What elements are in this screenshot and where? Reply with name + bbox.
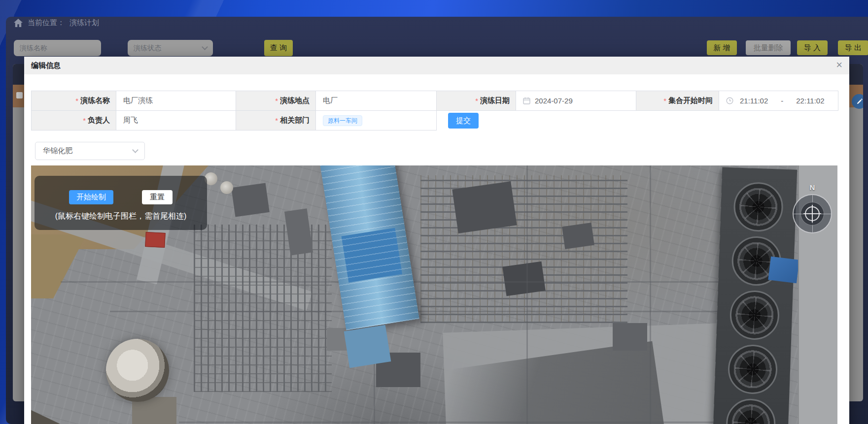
department-label: * 相关部门 bbox=[236, 111, 316, 130]
person-label: * 负责人 bbox=[32, 111, 116, 130]
drill-status-select[interactable]: 演练状态 bbox=[128, 40, 213, 56]
chevron-down-icon bbox=[202, 44, 208, 50]
map-blue-roof-building bbox=[344, 325, 391, 368]
map-structure bbox=[231, 183, 270, 217]
calendar-icon bbox=[523, 97, 530, 104]
start-draw-button[interactable]: 开始绘制 bbox=[69, 190, 113, 204]
person-field[interactable]: 周飞 bbox=[116, 111, 236, 130]
submit-button[interactable]: 提交 bbox=[448, 113, 479, 129]
clock-icon bbox=[726, 97, 733, 104]
app-screen: 当前位置： 演练计划 演练名称 演练状态 查 询 新 增 批量删除 导 入 导 … bbox=[0, 0, 868, 424]
time-end[interactable]: 22:11:02 bbox=[796, 97, 824, 105]
pencil-icon bbox=[856, 98, 863, 105]
map-tank-small bbox=[220, 181, 233, 194]
submit-area: 提交 bbox=[437, 111, 838, 130]
map-cooling-towers bbox=[712, 167, 797, 424]
required-marker: * bbox=[475, 97, 478, 105]
cooling-fan bbox=[729, 290, 780, 340]
time-separator: - bbox=[781, 97, 783, 105]
map-structure bbox=[502, 261, 546, 296]
batch-delete-button[interactable]: 批量删除 bbox=[746, 40, 791, 55]
map-structure bbox=[613, 323, 647, 351]
draw-hint-text: (鼠标右键绘制电子围栏，需首尾相连) bbox=[35, 211, 207, 222]
department-field[interactable]: 原料一车间 bbox=[316, 111, 437, 130]
assembly-time-field[interactable]: 21:11:02 - 22:11:02 bbox=[719, 91, 838, 111]
map-structure bbox=[768, 257, 799, 284]
drill-status-placeholder: 演练状态 bbox=[134, 44, 161, 53]
cooling-fan bbox=[727, 344, 778, 394]
map-pipe-line bbox=[61, 281, 790, 283]
drill-form: * 演练名称 电厂演练 * 演练地点 电厂 * 演练日期 bbox=[31, 91, 838, 130]
plant-select[interactable]: 华锦化肥 bbox=[35, 142, 145, 160]
drill-name-field[interactable]: 电厂演练 bbox=[116, 91, 236, 111]
map-structure bbox=[452, 181, 517, 233]
home-icon bbox=[14, 19, 23, 27]
map-canvas[interactable]: 开始绘制 重置 (鼠标右键绘制电子围栏，需首尾相连) N bbox=[31, 165, 837, 424]
map-storage-tank bbox=[106, 339, 169, 402]
map-red-roof-building bbox=[145, 232, 166, 248]
map-pipe-rack bbox=[420, 175, 627, 323]
plant-select-value: 华锦化肥 bbox=[43, 146, 72, 156]
drill-location-label: * 演练地点 bbox=[236, 91, 316, 111]
map-blue-roof-building bbox=[320, 165, 419, 330]
edit-info-modal: 编辑信息 × * 演练名称 电厂演练 * 演练地点 电厂 * 演练日期 bbox=[24, 57, 849, 424]
map-blue-roof-section bbox=[342, 228, 403, 283]
modal-title: 编辑信息 bbox=[31, 61, 61, 70]
map-pipe-line bbox=[110, 311, 751, 312]
map-pipe-line bbox=[650, 165, 651, 424]
breadcrumb: 当前位置： 演练计划 bbox=[14, 18, 99, 28]
time-start[interactable]: 21:11:02 bbox=[740, 97, 768, 105]
map-pipe-line bbox=[179, 422, 721, 423]
drill-name-placeholder: 演练名称 bbox=[20, 44, 47, 53]
breadcrumb-current: 演练计划 bbox=[69, 18, 99, 28]
compass-north-label: N bbox=[805, 183, 820, 192]
required-marker: * bbox=[275, 116, 278, 125]
import-button[interactable]: 导 入 bbox=[797, 40, 828, 55]
cooling-fan bbox=[726, 398, 776, 424]
row-checkbox[interactable] bbox=[16, 92, 23, 98]
drill-name-filter-input[interactable]: 演练名称 bbox=[14, 40, 101, 56]
export-button[interactable]: 导 出 bbox=[838, 40, 868, 55]
required-marker: * bbox=[83, 116, 86, 125]
row-edit-button[interactable] bbox=[852, 94, 863, 109]
close-icon[interactable]: × bbox=[836, 59, 842, 71]
add-button[interactable]: 新 增 bbox=[707, 40, 737, 55]
assembly-time-label: * 集合开始时间 bbox=[636, 91, 719, 111]
breadcrumb-prefix: 当前位置： bbox=[28, 18, 65, 28]
draw-control-panel: 开始绘制 重置 (鼠标右键绘制电子围栏，需首尾相连) bbox=[35, 176, 207, 230]
compass-icon[interactable] bbox=[793, 194, 832, 233]
required-marker: * bbox=[663, 97, 666, 105]
drill-location-field[interactable]: 电厂 bbox=[316, 91, 437, 111]
drill-date-field[interactable]: 2024-07-29 bbox=[516, 91, 636, 111]
map-structure bbox=[562, 223, 594, 249]
drill-date-label: * 演练日期 bbox=[437, 91, 516, 111]
modal-header: 编辑信息 × bbox=[24, 57, 849, 74]
department-tag[interactable]: 原料一车间 bbox=[323, 115, 362, 126]
search-button[interactable]: 查 询 bbox=[264, 40, 293, 56]
chevron-down-icon bbox=[132, 147, 139, 153]
drill-name-label: * 演练名称 bbox=[32, 91, 116, 111]
map-pipe-line bbox=[526, 165, 528, 424]
required-marker: * bbox=[275, 97, 278, 105]
cooling-fan bbox=[733, 181, 784, 232]
map-gravel-area bbox=[31, 402, 110, 424]
reset-draw-button[interactable]: 重置 bbox=[142, 190, 173, 204]
compass-crosshair bbox=[805, 206, 820, 221]
required-marker: * bbox=[75, 97, 78, 105]
